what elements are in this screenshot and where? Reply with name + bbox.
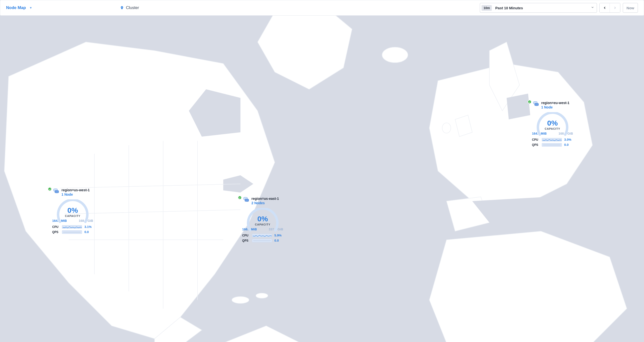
time-prev-button[interactable] [600, 3, 610, 13]
map-landmasses [0, 0, 644, 342]
database-icon [243, 196, 249, 203]
capacity-gauge: 0% CAPACITY 164.4 MiB 168.9 GiB CPU 3.0%… [528, 112, 577, 148]
capacity-label: CAPACITY [246, 223, 280, 226]
status-healthy-icon [238, 196, 242, 200]
time-range-selector[interactable]: 10m Past 10 Minutes [480, 3, 597, 13]
now-button[interactable]: Now [623, 3, 638, 13]
capacity-label: CAPACITY [536, 127, 570, 130]
breadcrumb-label: Cluster [126, 5, 139, 10]
time-range-label: Past 10 Minutes [495, 6, 523, 10]
top-toolbar: Node Map ▼ Cluster 10m Past 10 Minutes [0, 0, 644, 16]
world-map-background[interactable] [0, 0, 644, 342]
node-count: 1 Node [62, 193, 90, 196]
region-card-eu-west-1[interactable]: region=eu-west-1 1 Node 0% CAPACITY 164.… [528, 101, 577, 148]
chevron-left-icon [603, 6, 607, 10]
node-count: 1 Node [541, 105, 570, 109]
capacity-gauge: 0% CAPACITY 166.3 MiB 337.9 GiB CPU 5.9%… [238, 208, 287, 244]
region-name: region=eu-west-1 [541, 101, 570, 105]
capacity-percent: 0% [56, 206, 90, 215]
region-name: region=us-west-1 [62, 188, 90, 192]
location-pin-icon [120, 6, 124, 10]
view-selector-label: Node Map [6, 5, 26, 10]
capacity-percent: 0% [536, 119, 570, 127]
svg-point-2 [232, 297, 249, 303]
cpu-sparkline [542, 138, 562, 141]
region-card-us-east-1[interactable]: region=us-east-1 2 Nodes 0% CAPACITY 166… [238, 197, 287, 244]
node-count: 2 Nodes [252, 201, 279, 205]
caret-down-icon: ▼ [29, 6, 32, 10]
status-healthy-icon [48, 187, 52, 191]
svg-point-3 [256, 293, 268, 298]
database-icon [532, 100, 539, 107]
region-card-us-west-1[interactable]: region=us-west-1 1 Node 0% CAPACITY 164.… [48, 188, 97, 235]
capacity-percent: 0% [246, 215, 280, 223]
qps-sparkline [252, 239, 272, 242]
time-next-button[interactable] [610, 3, 620, 13]
svg-point-4 [442, 123, 451, 133]
time-range-badge: 10m [482, 5, 492, 11]
region-name: region=us-east-1 [252, 197, 279, 201]
time-controls: 10m Past 10 Minutes Now [480, 3, 638, 13]
qps-sparkline [542, 143, 562, 146]
cpu-sparkline [252, 234, 272, 237]
chevron-right-icon [613, 6, 617, 10]
database-icon [53, 188, 59, 194]
cpu-sparkline [62, 225, 82, 229]
svg-point-1 [382, 47, 408, 63]
status-healthy-icon [528, 100, 532, 104]
breadcrumb[interactable]: Cluster [120, 5, 139, 10]
capacity-gauge: 0% CAPACITY 164.3 MiB 168.9 GiB CPU 3.1%… [48, 199, 97, 235]
qps-sparkline [62, 230, 82, 234]
time-nav-buttons [599, 3, 620, 13]
capacity-label: CAPACITY [56, 215, 90, 217]
chevron-down-icon [591, 6, 594, 10]
view-selector[interactable]: Node Map ▼ [6, 5, 32, 10]
